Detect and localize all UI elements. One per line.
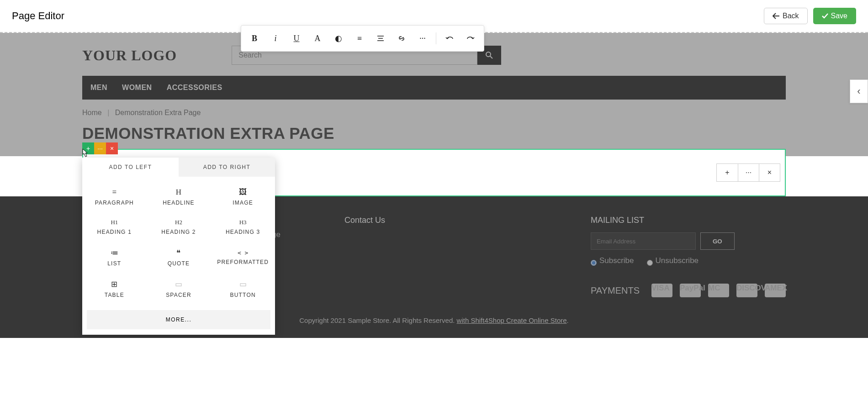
editor-canvas: B i U A ◐ ≡ ··· YOUR LOGO xyxy=(0,33,868,338)
h2-icon: H2 xyxy=(175,219,182,226)
payments-label: PAYMENTS xyxy=(591,285,640,296)
inline-close-button[interactable]: × xyxy=(759,164,780,181)
inline-add-button[interactable]: + xyxy=(717,164,738,181)
save-button[interactable]: Save xyxy=(813,8,856,24)
card-amex: AMEX xyxy=(765,284,786,297)
block-delete-button[interactable]: × xyxy=(106,142,118,154)
block-add-button[interactable]: + xyxy=(82,142,94,154)
add-preformatted[interactable]: < >PREFORMATTED xyxy=(211,242,275,273)
paragraph-button[interactable]: ≡ xyxy=(349,28,370,49)
add-image[interactable]: 🖼IMAGE xyxy=(211,181,275,212)
add-more-button[interactable]: MORE... xyxy=(87,310,270,329)
page-heading: DEMONSTRATION EXTRA PAGE xyxy=(82,121,786,149)
breadcrumb-current: Demonstration Extra Page xyxy=(115,109,201,116)
topbar-actions: Back Save xyxy=(764,8,856,24)
breadcrumb-separator: | xyxy=(107,109,109,116)
align-button[interactable] xyxy=(370,28,391,49)
footer-col-mailing: MAILING LIST GO Subscribe Unsubscribe PA… xyxy=(591,216,786,301)
nav-men[interactable]: MEN xyxy=(90,84,107,92)
contrast-button[interactable]: ◐ xyxy=(328,28,349,49)
block-more-button[interactable]: ··· xyxy=(94,142,106,154)
undo-button[interactable] xyxy=(439,28,460,49)
back-button[interactable]: Back xyxy=(764,8,808,24)
main-nav: MEN WOMEN ACCESSORIES xyxy=(82,76,786,100)
add-heading2[interactable]: H2HEADING 2 xyxy=(147,212,211,242)
mailing-go-button[interactable]: GO xyxy=(700,232,735,250)
add-button[interactable]: ▭BUTTON xyxy=(211,273,275,305)
check-icon xyxy=(822,13,828,19)
list-icon: ≔ xyxy=(111,248,118,258)
tab-add-right[interactable]: ADD TO RIGHT xyxy=(179,158,275,177)
paragraph-icon: ≡ xyxy=(112,188,117,197)
link-button[interactable] xyxy=(391,28,412,49)
card-visa: VISA xyxy=(651,284,672,297)
italic-button[interactable]: i xyxy=(265,28,286,49)
card-discover: DISCOVER xyxy=(736,284,757,297)
nav-women[interactable]: WOMEN xyxy=(122,84,152,92)
quote-icon: ❝ xyxy=(176,248,180,258)
tab-add-left[interactable]: ADD TO LEFT xyxy=(82,158,179,177)
h3-icon: H3 xyxy=(239,219,247,226)
breadcrumb-home[interactable]: Home xyxy=(82,109,102,116)
add-heading1[interactable]: H1HEADING 1 xyxy=(82,212,147,242)
add-quote[interactable]: ❝QUOTE xyxy=(147,242,211,273)
footer-credit-link[interactable]: with Shift4Shop Create Online Store xyxy=(457,316,567,324)
inline-more-button[interactable]: ··· xyxy=(738,164,759,181)
add-headline[interactable]: HHEADLINE xyxy=(147,181,211,212)
subscribe-options: Subscribe Unsubscribe xyxy=(591,256,786,269)
table-icon: ⊞ xyxy=(111,279,117,289)
text-format-toolbar: B i U A ◐ ≡ ··· xyxy=(241,25,484,52)
add-paragraph[interactable]: ≡PARAGRAPH xyxy=(82,181,147,212)
more-format-button[interactable]: ··· xyxy=(412,28,433,49)
svg-point-0 xyxy=(486,52,491,57)
unsubscribe-radio[interactable]: Unsubscribe xyxy=(647,256,699,269)
nav-accessories[interactable]: ACCESSORIES xyxy=(167,84,222,92)
headline-icon: H xyxy=(176,188,181,197)
mailing-heading: MAILING LIST xyxy=(591,216,786,225)
add-list[interactable]: ≔LIST xyxy=(82,242,147,273)
bold-button[interactable]: B xyxy=(244,28,265,49)
chevron-left-icon: ‹ xyxy=(857,85,860,97)
add-spacer[interactable]: ▭SPACER xyxy=(147,273,211,305)
search-icon xyxy=(485,51,493,59)
mailing-email-input[interactable] xyxy=(591,232,696,250)
add-popup-tabs: ADD TO LEFT ADD TO RIGHT xyxy=(82,158,275,177)
underline-button[interactable]: U xyxy=(286,28,307,49)
add-heading3[interactable]: H3HEADING 3 xyxy=(211,212,275,242)
spacer-icon: ▭ xyxy=(175,279,182,289)
site-logo: YOUR LOGO xyxy=(82,47,177,64)
button-icon: ▭ xyxy=(239,279,247,289)
payments-row: PAYMENTS VISA PayPal MC DISCOVER AMEX xyxy=(591,284,786,301)
footer-col-contact: Contact Us xyxy=(344,216,385,301)
card-paypal: PayPal xyxy=(680,284,701,297)
add-element-popup: ADD TO LEFT ADD TO RIGHT ≡PARAGRAPH HHEA… xyxy=(82,158,275,335)
toolbar-separator xyxy=(436,32,436,44)
block-edge-controls: + ··· × xyxy=(82,142,118,154)
page-title-label: Page Editor xyxy=(12,10,64,22)
code-icon: < > xyxy=(238,249,248,256)
breadcrumb: Home | Demonstration Extra Page xyxy=(82,100,786,121)
subscribe-radio[interactable]: Subscribe xyxy=(591,256,634,269)
panel-collapse-handle[interactable]: ‹ xyxy=(850,79,868,103)
add-table[interactable]: ⊞TABLE xyxy=(82,273,147,305)
font-button[interactable]: A xyxy=(307,28,328,49)
back-label: Back xyxy=(783,12,799,20)
contact-heading: Contact Us xyxy=(344,216,385,225)
redo-button[interactable] xyxy=(460,28,481,49)
add-element-grid: ≡PARAGRAPH HHEADLINE 🖼IMAGE H1HEADING 1 … xyxy=(82,177,275,307)
image-icon: 🖼 xyxy=(239,188,247,197)
card-mastercard: MC xyxy=(708,284,729,297)
arrow-left-icon xyxy=(773,13,780,19)
block-inline-actions: + ··· × xyxy=(716,163,780,182)
save-label: Save xyxy=(831,12,847,20)
h1-icon: H1 xyxy=(111,219,118,226)
